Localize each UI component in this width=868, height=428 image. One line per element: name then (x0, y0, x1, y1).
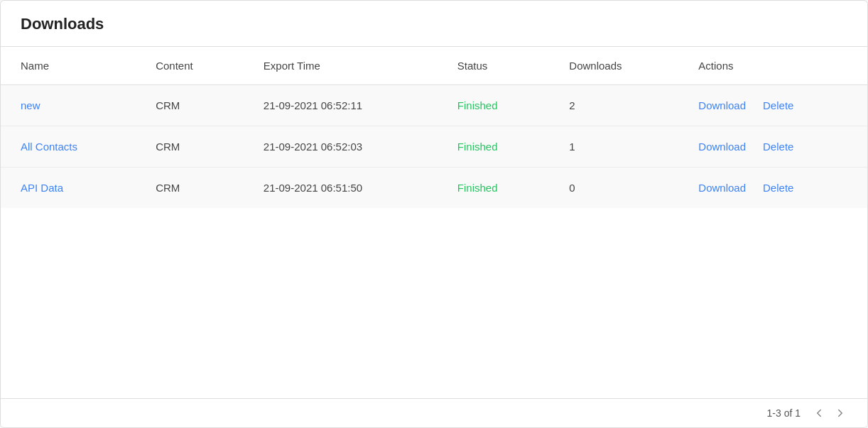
table-row: new CRM 21-09-2021 06:52:11 Finished 2 D… (1, 85, 867, 126)
delete-button[interactable]: Delete (763, 99, 793, 111)
col-downloads: Downloads (549, 47, 678, 85)
row-actions: Download Delete (678, 126, 867, 168)
actions-cell: Download Delete (698, 182, 847, 194)
pagination-next-button[interactable] (833, 407, 847, 419)
row-name-link[interactable]: new (1, 85, 136, 126)
delete-button[interactable]: Delete (763, 182, 793, 194)
table-header-row: Name Content Export Time Status Download… (1, 47, 867, 85)
row-content: CRM (136, 85, 244, 126)
row-export-time: 21-09-2021 06:52:11 (244, 85, 438, 126)
row-status: Finished (438, 168, 550, 209)
row-export-time: 21-09-2021 06:52:03 (244, 126, 438, 168)
chevron-right-icon (836, 409, 845, 417)
row-content: CRM (136, 126, 244, 168)
main-container: Downloads Name Content Export Time Statu… (0, 0, 868, 428)
row-downloads-count: 1 (549, 126, 678, 168)
actions-cell: Download Delete (698, 99, 847, 111)
actions-cell: Download Delete (698, 141, 847, 153)
pagination-footer: 1-3 of 1 (1, 398, 867, 427)
row-downloads-count: 0 (549, 168, 678, 209)
pagination-info: 1-3 of 1 (767, 407, 801, 419)
downloads-table: Name Content Export Time Status Download… (1, 47, 867, 208)
table-wrapper: Name Content Export Time Status Download… (1, 47, 867, 398)
pagination-prev-button[interactable] (812, 407, 826, 419)
row-actions: Download Delete (678, 168, 867, 209)
table-row: API Data CRM 21-09-2021 06:51:50 Finishe… (1, 168, 867, 209)
col-name: Name (1, 47, 136, 85)
table-row: All Contacts CRM 21-09-2021 06:52:03 Fin… (1, 126, 867, 168)
col-export-time: Export Time (244, 47, 438, 85)
download-button[interactable]: Download (698, 99, 746, 111)
row-content: CRM (136, 168, 244, 209)
col-content: Content (136, 47, 244, 85)
row-name-link[interactable]: API Data (1, 168, 136, 209)
row-export-time: 21-09-2021 06:51:50 (244, 168, 438, 209)
table-body: new CRM 21-09-2021 06:52:11 Finished 2 D… (1, 85, 867, 209)
row-status: Finished (438, 126, 550, 168)
row-status: Finished (438, 85, 550, 126)
delete-button[interactable]: Delete (763, 141, 793, 153)
chevron-left-icon (815, 409, 823, 417)
page-title: Downloads (21, 15, 847, 33)
download-button[interactable]: Download (698, 141, 746, 153)
download-button[interactable]: Download (698, 182, 746, 194)
row-actions: Download Delete (678, 85, 867, 126)
row-downloads-count: 2 (549, 85, 678, 126)
row-name-link[interactable]: All Contacts (1, 126, 136, 168)
page-header: Downloads (1, 1, 867, 47)
col-actions: Actions (678, 47, 867, 85)
col-status: Status (438, 47, 550, 85)
